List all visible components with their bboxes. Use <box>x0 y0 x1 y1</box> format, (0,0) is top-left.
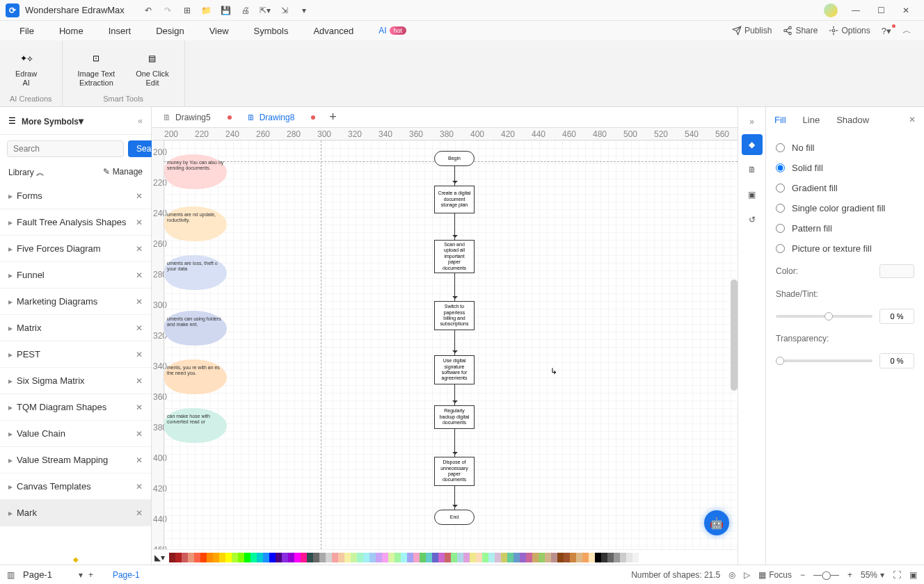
color-swatch[interactable] <box>250 553 257 562</box>
close-button[interactable]: ✕ <box>893 0 918 21</box>
color-swatch[interactable] <box>551 553 557 562</box>
close-icon[interactable]: ✕ <box>136 482 143 492</box>
manage-link[interactable]: ✎ Manage <box>103 167 143 179</box>
note-blob[interactable]: ments, you re with an es the need you. <box>164 359 227 394</box>
color-swatch[interactable] <box>401 553 407 562</box>
tab-drawing5[interactable]: 🗎Drawing5 <box>156 108 239 127</box>
color-swatch[interactable] <box>614 553 620 562</box>
color-swatch[interactable] <box>225 553 232 562</box>
color-swatch[interactable] <box>307 553 313 562</box>
menu-file[interactable]: File <box>7 21 47 40</box>
hamburger-icon[interactable]: ☰ <box>8 116 16 126</box>
color-swatch[interactable] <box>601 553 607 562</box>
save-icon[interactable]: 💾 <box>218 2 234 19</box>
color-swatch[interactable] <box>632 553 639 562</box>
color-swatch[interactable] <box>564 553 570 562</box>
close-icon[interactable]: ✕ <box>136 350 143 359</box>
flowchart-step[interactable]: Scan and upload all important paper docu… <box>434 240 475 273</box>
color-swatch[interactable] <box>232 553 238 562</box>
menu-view[interactable]: View <box>197 21 241 40</box>
fit-page-icon[interactable]: ▣ <box>909 570 917 580</box>
page-dropdown-icon[interactable]: ▾ <box>79 570 83 580</box>
dock-style-button[interactable]: ◆ <box>742 134 763 155</box>
menu-ai[interactable]: AIhot <box>366 21 419 40</box>
color-swatch[interactable] <box>457 553 463 562</box>
page-tab[interactable]: Page-1 <box>113 570 140 580</box>
flowchart-step[interactable]: Switch to paperless billing and subscrip… <box>434 301 475 330</box>
close-icon[interactable]: ✕ <box>136 323 143 333</box>
color-swatch[interactable] <box>501 553 507 562</box>
one-click-edit-button[interactable]: ▤ One Click Edit <box>130 46 175 95</box>
flowchart-step[interactable]: Use digital signature software for agree… <box>434 355 475 384</box>
tab-line[interactable]: Line <box>803 115 820 125</box>
zoom-value[interactable]: 55% ▾ <box>861 570 884 580</box>
color-swatch[interactable] <box>351 553 357 562</box>
target-icon[interactable]: ◎ <box>728 570 735 580</box>
color-swatch[interactable] <box>326 553 332 562</box>
color-swatch[interactable] <box>570 553 576 562</box>
canvas[interactable]: money by You can also by sending documen… <box>164 140 738 549</box>
color-swatch[interactable] <box>207 553 213 562</box>
zoom-in-button[interactable]: + <box>847 570 852 580</box>
color-swatch[interactable] <box>344 553 351 562</box>
color-swatch[interactable] <box>420 553 426 562</box>
color-swatch[interactable] <box>463 553 470 562</box>
color-swatch[interactable] <box>388 553 395 562</box>
color-swatch[interactable] <box>620 553 626 562</box>
zoom-slider[interactable]: —◯— <box>813 570 839 580</box>
color-swatch[interactable] <box>595 553 601 562</box>
color-swatch[interactable] <box>276 553 282 562</box>
add-tab-button[interactable]: + <box>324 110 342 124</box>
transparency-slider[interactable] <box>776 359 873 362</box>
library-item[interactable]: ▸PEST✕ <box>0 341 151 368</box>
color-swatch[interactable] <box>507 553 513 562</box>
flowchart-step[interactable]: Regularly backup digital documents <box>434 405 475 429</box>
help-button[interactable]: ?▾ <box>882 26 891 36</box>
color-swatch[interactable] <box>607 553 614 562</box>
color-swatch[interactable] <box>200 553 207 562</box>
publish-button[interactable]: Publish <box>732 26 772 35</box>
color-swatch[interactable] <box>182 553 188 562</box>
library-item[interactable]: ▸Value Stream Mapping✕ <box>0 447 151 473</box>
color-swatch[interactable] <box>582 553 589 562</box>
radio-picture-fill[interactable] <box>776 244 785 253</box>
library-item[interactable]: ▸Five Forces Diagram✕ <box>0 236 151 262</box>
library-item[interactable]: ▸TQM Diagram Shapes✕ <box>0 394 151 421</box>
color-swatch[interactable] <box>288 553 294 562</box>
color-swatch[interactable] <box>282 553 288 562</box>
color-swatch-button[interactable] <box>879 264 914 278</box>
menu-insert[interactable]: Insert <box>96 21 144 40</box>
color-swatch[interactable] <box>426 553 432 562</box>
color-swatch[interactable] <box>313 553 319 562</box>
more-icon[interactable]: ▾ <box>296 2 312 19</box>
library-item[interactable]: ▸Value Chain✕ <box>0 421 151 447</box>
color-swatch[interactable] <box>363 553 369 562</box>
redo-icon[interactable]: ↷ <box>159 2 176 19</box>
color-swatch[interactable] <box>639 553 645 562</box>
color-swatch[interactable] <box>438 553 445 562</box>
print-icon[interactable]: 🖨 <box>237 2 254 19</box>
color-swatch[interactable] <box>395 553 401 562</box>
color-swatch[interactable] <box>545 553 551 562</box>
color-swatch[interactable] <box>332 553 338 562</box>
color-swatch[interactable] <box>488 553 495 562</box>
color-swatch[interactable] <box>413 553 420 562</box>
close-icon[interactable]: ✕ <box>136 403 143 412</box>
color-swatch[interactable] <box>526 553 532 562</box>
page-selector[interactable]: Page-1 <box>20 568 73 581</box>
color-swatch[interactable] <box>269 553 276 562</box>
dock-page-button[interactable]: 🗎 <box>742 159 763 180</box>
color-swatch[interactable] <box>495 553 501 562</box>
color-swatch[interactable] <box>338 553 344 562</box>
library-item[interactable]: ▸Six Sigma Matrix✕ <box>0 368 151 394</box>
close-icon[interactable]: ✕ <box>136 218 143 227</box>
zoom-out-button[interactable]: − <box>800 570 805 580</box>
library-item[interactable]: ▸Matrix✕ <box>0 315 151 341</box>
color-swatch[interactable] <box>244 553 250 562</box>
note-blob[interactable]: can make hose with converted read or <box>164 408 227 443</box>
import-icon[interactable]: ⇲ <box>276 2 293 19</box>
minimize-button[interactable]: — <box>843 0 868 21</box>
library-item[interactable]: ▸Forms✕ <box>0 183 151 209</box>
flowchart-step[interactable]: Create a digital document storage plan <box>434 186 475 213</box>
color-swatch[interactable] <box>589 553 595 562</box>
